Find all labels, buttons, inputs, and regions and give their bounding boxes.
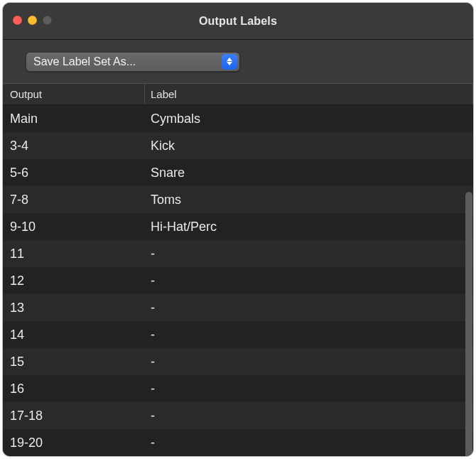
scrollbar-track[interactable] xyxy=(465,84,473,456)
cell-label[interactable]: - xyxy=(145,294,473,321)
minimize-icon[interactable] xyxy=(28,16,37,25)
table-row[interactable]: 5-6Snare xyxy=(3,159,473,186)
cell-output[interactable]: 11 xyxy=(3,240,145,267)
close-icon[interactable] xyxy=(13,16,22,25)
window: Output Labels Save Label Set As... Outpu… xyxy=(3,3,473,456)
cell-label[interactable]: - xyxy=(145,348,473,375)
window-title: Output Labels xyxy=(3,15,473,28)
window-controls xyxy=(13,16,52,25)
cell-output[interactable]: 19-20 xyxy=(3,429,145,456)
cell-output[interactable]: 14 xyxy=(3,321,145,348)
table-row[interactable]: MainCymbals xyxy=(3,105,473,132)
column-header-output[interactable]: Output xyxy=(3,84,145,104)
output-labels-table: Output Label MainCymbals3-4Kick5-6Snare7… xyxy=(3,84,473,456)
cell-label[interactable]: Snare xyxy=(145,159,473,186)
cell-label[interactable]: Toms xyxy=(145,186,473,213)
table-row[interactable]: 15- xyxy=(3,348,473,375)
cell-output[interactable]: 7-8 xyxy=(3,186,145,213)
cell-output[interactable]: 12 xyxy=(3,267,145,294)
cell-output[interactable]: Main xyxy=(3,105,145,132)
cell-label[interactable]: Kick xyxy=(145,132,473,159)
chevron-up-down-icon xyxy=(222,54,237,70)
table-row[interactable]: 14- xyxy=(3,321,473,348)
table-row[interactable]: 17-18- xyxy=(3,402,473,429)
zoom-icon xyxy=(43,16,52,25)
scrollbar-thumb[interactable] xyxy=(465,192,472,456)
cell-label[interactable]: - xyxy=(145,375,473,402)
cell-label[interactable]: - xyxy=(145,321,473,348)
table-row[interactable]: 12- xyxy=(3,267,473,294)
table-row[interactable]: 7-8Toms xyxy=(3,186,473,213)
table-body: MainCymbals3-4Kick5-6Snare7-8Toms9-10Hi-… xyxy=(3,105,473,456)
table-header: Output Label xyxy=(3,84,473,105)
toolbar: Save Label Set As... xyxy=(3,40,473,84)
table-row[interactable]: 13- xyxy=(3,294,473,321)
cell-output[interactable]: 9-10 xyxy=(3,213,145,240)
table-row[interactable]: 11- xyxy=(3,240,473,267)
cell-output[interactable]: 5-6 xyxy=(3,159,145,186)
cell-label[interactable]: - xyxy=(145,240,473,267)
cell-label[interactable]: - xyxy=(145,402,473,429)
label-set-popup[interactable]: Save Label Set As... xyxy=(26,52,240,72)
table-row[interactable]: 3-4Kick xyxy=(3,132,473,159)
cell-label[interactable]: Hi-Hat/Perc xyxy=(145,213,473,240)
cell-output[interactable]: 3-4 xyxy=(3,132,145,159)
table-row[interactable]: 19-20- xyxy=(3,429,473,456)
cell-label[interactable]: - xyxy=(145,267,473,294)
label-set-popup-label: Save Label Set As... xyxy=(26,55,222,68)
cell-output[interactable]: 16 xyxy=(3,375,145,402)
cell-label[interactable]: - xyxy=(145,429,473,456)
cell-output[interactable]: 13 xyxy=(3,294,145,321)
titlebar: Output Labels xyxy=(3,3,473,40)
column-header-label[interactable]: Label xyxy=(145,84,473,104)
cell-output[interactable]: 17-18 xyxy=(3,402,145,429)
table-row[interactable]: 16- xyxy=(3,375,473,402)
cell-label[interactable]: Cymbals xyxy=(145,105,473,132)
cell-output[interactable]: 15 xyxy=(3,348,145,375)
table-row[interactable]: 9-10Hi-Hat/Perc xyxy=(3,213,473,240)
